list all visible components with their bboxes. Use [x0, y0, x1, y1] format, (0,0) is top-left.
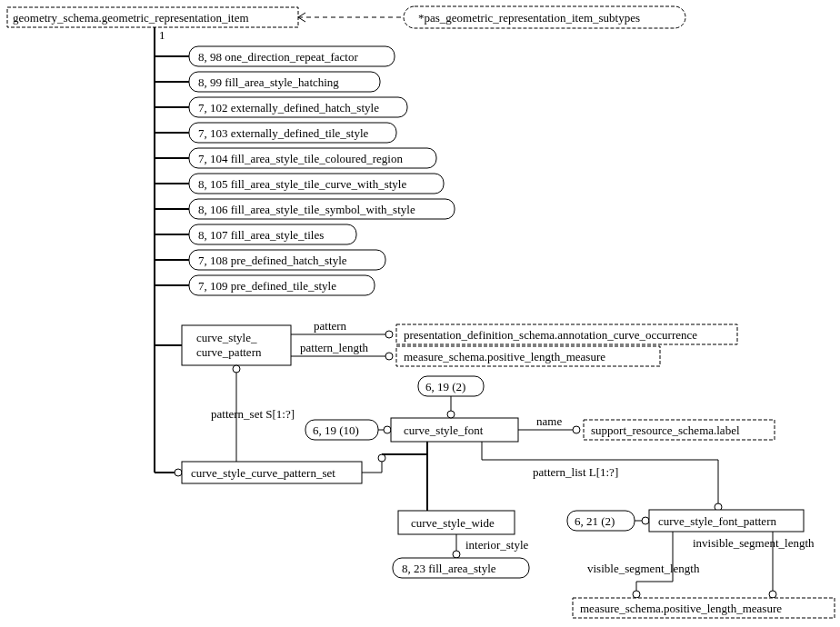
endpoint-icon	[385, 353, 393, 360]
svg-text:7, 104 fill_area_style_tile_co: 7, 104 fill_area_style_tile_coloured_reg…	[198, 152, 403, 165]
attr-label: pattern_set S[1:?]	[211, 407, 295, 421]
endpoint-icon	[453, 551, 460, 558]
endpoint-icon	[385, 331, 393, 338]
subtype-row: 8, 98 one_direction_repeat_factor	[155, 46, 395, 66]
endpoint-icon	[384, 426, 391, 433]
ref-label: measure_schema.positive_length_measure	[404, 350, 605, 363]
constraint-label: *pas_geometric_representation_item_subty…	[418, 11, 640, 25]
one-label: 1	[159, 28, 165, 42]
svg-text:8, 105 fill_area_style_tile_cu: 8, 105 fill_area_style_tile_curve_with_s…	[198, 177, 406, 191]
ref-label: 8, 23 fill_area_style	[402, 562, 496, 575]
entity-label: curve_style_font_pattern	[658, 514, 776, 528]
endpoint-icon	[769, 591, 776, 598]
endpoint-icon	[633, 591, 640, 598]
subtype-row: 8, 99 fill_area_style_hatching	[155, 72, 380, 92]
attr-label: name	[536, 414, 562, 428]
page-ref-label: 6, 19 (2)	[425, 380, 465, 393]
subtype-list: 8, 98 one_direction_repeat_factor 8, 99 …	[155, 46, 455, 295]
svg-text:8, 107 fill_area_style_tiles: 8, 107 fill_area_style_tiles	[198, 228, 324, 242]
svg-text:8, 98 one_direction_repeat_fac: 8, 98 one_direction_repeat_factor	[198, 50, 358, 64]
endpoint-icon	[447, 411, 455, 418]
attr-label: pattern_list L[1:?]	[533, 465, 618, 479]
subtype-row: 7, 104 fill_area_style_tile_coloured_reg…	[155, 148, 436, 168]
diagram-canvas: geometry_schema.geometric_representation…	[0, 0, 840, 627]
subtype-row: 8, 106 fill_area_style_tile_symbol_with_…	[155, 199, 455, 219]
endpoint-icon	[175, 469, 182, 476]
ref-label: presentation_definition_schema.annotatio…	[404, 328, 697, 342]
ref-label: measure_schema.positive_length_measure	[580, 602, 782, 615]
svg-text:7, 103 externally_defined_tile: 7, 103 externally_defined_tile_style	[198, 126, 369, 140]
attr-label: interior_style	[465, 538, 529, 552]
ref-label: support_resource_schema.label	[591, 423, 740, 437]
svg-text:7, 109 pre_defined_tile_style: 7, 109 pre_defined_tile_style	[198, 279, 336, 293]
endpoint-icon	[642, 517, 649, 524]
subtype-row: 8, 105 fill_area_style_tile_curve_with_s…	[155, 174, 444, 194]
entity-label: curve_style_	[196, 331, 257, 344]
entity-label: curve_style_curve_pattern_set	[191, 466, 335, 480]
subtype-row: 7, 108 pre_defined_hatch_style	[155, 250, 385, 270]
subtype-row: 7, 109 pre_defined_tile_style	[155, 275, 375, 295]
endpoint-icon	[378, 454, 385, 462]
root-entity-label: geometry_schema.geometric_representation…	[13, 11, 249, 25]
entity-label: curve_style_font	[404, 423, 484, 437]
page-ref-label: 6, 21 (2)	[575, 514, 615, 528]
attr-label: visible_segment_length	[587, 562, 700, 575]
entity-label: curve_style_wide	[411, 516, 495, 530]
svg-text:8, 99 fill_area_style_hatching: 8, 99 fill_area_style_hatching	[198, 75, 339, 89]
svg-text:7, 102 externally_defined_hatc: 7, 102 externally_defined_hatch_style	[198, 101, 379, 114]
endpoint-icon	[233, 365, 240, 373]
svg-text:8, 106 fill_area_style_tile_sy: 8, 106 fill_area_style_tile_symbol_with_…	[198, 203, 415, 216]
subtype-row: 7, 102 externally_defined_hatch_style	[155, 97, 407, 117]
subtype-row: 8, 107 fill_area_style_tiles	[155, 224, 356, 244]
svg-text:7, 108 pre_defined_hatch_style: 7, 108 pre_defined_hatch_style	[198, 254, 347, 267]
endpoint-icon	[573, 426, 580, 433]
attr-label: invisible_segment_length	[693, 536, 815, 550]
entity-label: curve_pattern	[196, 345, 262, 359]
subtype-row: 7, 103 externally_defined_tile_style	[155, 123, 396, 143]
attr-label: pattern	[314, 319, 347, 333]
page-ref-label: 6, 19 (10)	[313, 423, 359, 437]
attr-label: pattern_length	[300, 341, 369, 354]
